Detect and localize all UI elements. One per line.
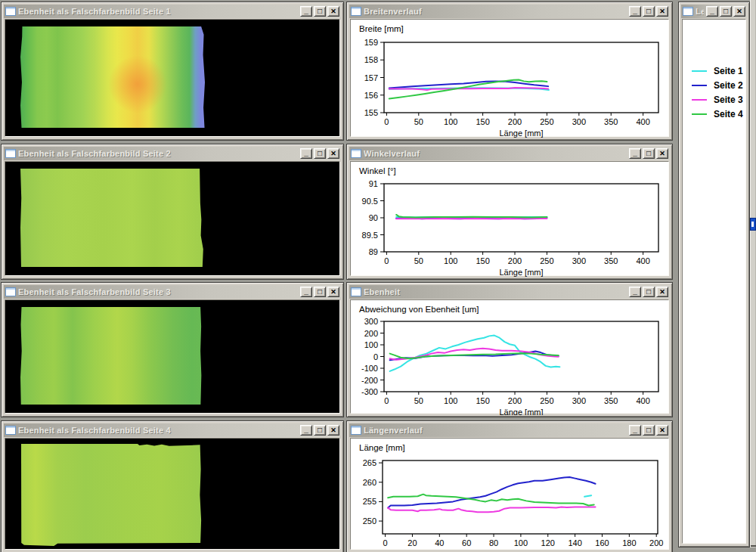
legend-list: Seite 1 Seite 2 Seite 3 Seite 4 <box>683 64 745 121</box>
svg-text:180: 180 <box>622 538 636 547</box>
image-canvas <box>5 19 340 137</box>
falsecolor-image <box>20 169 206 267</box>
window-title: Ebenheit als Falschfarbenbild Seite 3 <box>18 287 298 296</box>
window-icon <box>683 7 693 16</box>
svg-text:90: 90 <box>369 213 378 222</box>
svg-text:100: 100 <box>364 340 378 349</box>
title-bar[interactable]: Ebenheit als Falschfarbenbild Seite 3 _□… <box>4 285 341 299</box>
minimize-button[interactable]: _ <box>629 287 641 297</box>
svg-text:120: 120 <box>541 538 555 547</box>
series-color-swatch <box>692 70 707 72</box>
chart-canvas: 0501001502002503003504008989.59090.591Lä… <box>351 162 670 277</box>
svg-text:200: 200 <box>364 329 378 338</box>
close-button[interactable]: ✕ <box>656 6 668 17</box>
minimize-button[interactable]: _ <box>300 6 312 17</box>
svg-text:-100: -100 <box>361 364 378 373</box>
chart-area: Winkel [°] 0501001502002503003504008989.… <box>350 161 669 276</box>
svg-text:157: 157 <box>364 73 378 82</box>
offscreen-window-edge <box>750 0 756 547</box>
close-button[interactable]: ✕ <box>327 287 339 297</box>
image-canvas <box>5 299 340 414</box>
legend-label: Seite 4 <box>714 109 743 119</box>
maximize-button[interactable]: □ <box>643 148 655 159</box>
legend-item: Seite 4 <box>692 107 745 121</box>
falsecolor-hotspot <box>108 55 168 114</box>
svg-text:250: 250 <box>540 256 553 265</box>
svg-text:250: 250 <box>363 516 376 526</box>
svg-text:100: 100 <box>444 256 457 265</box>
svg-text:260: 260 <box>363 478 376 487</box>
svg-text:156: 156 <box>364 91 378 100</box>
image-window-seite-1: Ebenheit als Falschfarbenbild Seite 1 _□… <box>1 2 344 141</box>
minimize-button[interactable]: _ <box>300 425 312 436</box>
svg-text:89: 89 <box>369 247 378 256</box>
close-button[interactable]: ✕ <box>733 6 745 17</box>
close-button[interactable]: ✕ <box>327 148 339 159</box>
title-bar[interactable]: Ebenheit als Falschfarbenbild Seite 1 _□… <box>4 5 341 18</box>
image-canvas <box>5 161 340 276</box>
svg-text:150: 150 <box>476 117 489 126</box>
svg-text:0: 0 <box>384 396 389 405</box>
falsecolor-image <box>20 307 206 405</box>
svg-text:159: 159 <box>364 38 378 47</box>
svg-text:Länge [mm]: Länge [mm] <box>499 129 543 138</box>
window-icon <box>351 287 361 296</box>
legend-item: Seite 2 <box>692 78 745 92</box>
svg-text:350: 350 <box>604 117 618 126</box>
maximize-button[interactable]: □ <box>643 6 655 17</box>
chart-window-laengenverlauf: Längenverlauf _□✕ Länge [mm] 02040608010… <box>346 420 673 552</box>
title-bar[interactable]: Breitenverlauf _□✕ <box>349 5 670 18</box>
maximize-button[interactable]: □ <box>314 287 326 297</box>
maximize-button[interactable]: □ <box>643 425 655 436</box>
svg-text:265: 265 <box>363 458 376 467</box>
close-button[interactable]: ✕ <box>327 6 339 17</box>
svg-text:60: 60 <box>462 538 471 547</box>
minimize-button[interactable]: _ <box>300 148 312 159</box>
minimize-button[interactable]: _ <box>629 425 641 436</box>
svg-text:50: 50 <box>414 117 423 126</box>
window-title: Ebenheit als Falschfarbenbild Seite 4 <box>18 426 298 435</box>
close-button[interactable]: ✕ <box>656 425 668 436</box>
maximize-button[interactable]: □ <box>314 6 326 17</box>
maximize-button[interactable]: □ <box>314 425 326 436</box>
image-window-seite-2: Ebenheit als Falschfarbenbild Seite 2 _□… <box>1 144 344 280</box>
svg-text:100: 100 <box>514 538 528 547</box>
svg-text:400: 400 <box>636 256 649 265</box>
minimize-button[interactable]: _ <box>629 6 641 17</box>
chart-area: Länge [mm] 02040608010012014016018020025… <box>350 438 669 550</box>
falsecolor-image <box>20 444 206 546</box>
title-bar[interactable]: Winkelverlauf _□✕ <box>349 147 670 160</box>
window-title: Ebenheit <box>364 287 627 296</box>
maximize-button[interactable]: □ <box>643 287 655 297</box>
svg-text:350: 350 <box>604 396 618 405</box>
minimize-button[interactable]: _ <box>300 287 312 297</box>
title-bar[interactable]: Ebenheit als Falschfarbenbild Seite 2 _□… <box>4 147 341 160</box>
mdi-desktop: { "window_controls": {"minimize":"_", "m… <box>0 0 756 552</box>
legend-label: Seite 2 <box>714 80 743 91</box>
svg-text:300: 300 <box>572 117 586 126</box>
chart-canvas: 020406080100120140160180200250255260265 <box>351 439 670 552</box>
chart-canvas: 050100150200250300350400-300-200-1000100… <box>351 300 670 415</box>
series-color-swatch <box>692 85 707 86</box>
minimize-button[interactable]: _ <box>706 6 718 17</box>
svg-text:150: 150 <box>476 396 489 405</box>
svg-text:90.5: 90.5 <box>362 197 378 206</box>
maximize-button[interactable]: □ <box>720 6 732 17</box>
svg-text:150: 150 <box>476 256 489 265</box>
close-button[interactable]: ✕ <box>656 148 668 159</box>
title-bar[interactable]: Ebenheit als Falschfarbenbild Seite 4 _□… <box>4 423 341 437</box>
title-bar[interactable]: Ebenheit _□✕ <box>349 285 670 299</box>
chart-window-ebenheit: Ebenheit _□✕ Abweichung von Ebenheit [um… <box>346 282 673 417</box>
offscreen-window-corner <box>751 545 756 547</box>
offscreen-window-titlebar[interactable] <box>750 218 756 231</box>
title-bar[interactable]: Leg... _□✕ <box>681 5 747 18</box>
svg-text:255: 255 <box>363 497 376 506</box>
close-button[interactable]: ✕ <box>656 287 668 297</box>
minimize-button[interactable]: _ <box>629 148 641 159</box>
window-title: Ebenheit als Falschfarbenbild Seite 2 <box>18 149 298 158</box>
legend-item: Seite 1 <box>692 64 745 78</box>
svg-text:300: 300 <box>572 256 586 265</box>
title-bar[interactable]: Längenverlauf _□✕ <box>349 423 670 437</box>
maximize-button[interactable]: □ <box>314 148 326 159</box>
close-button[interactable]: ✕ <box>327 425 339 436</box>
